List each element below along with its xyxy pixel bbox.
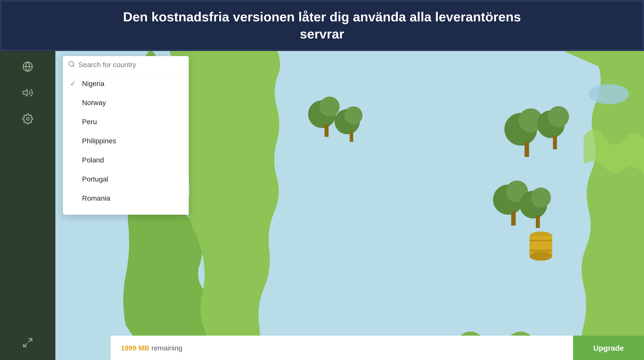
country-dropdown: ✓ Nigeria Norway Peru Philippines — [63, 56, 189, 215]
country-list[interactable]: ✓ Nigeria Norway Peru Philippines — [63, 74, 189, 215]
country-name-poland: Poland — [82, 156, 104, 164]
svg-point-3 — [26, 118, 29, 120]
country-name-peru: Peru — [82, 118, 97, 126]
check-icon-nigeria: ✓ — [70, 79, 78, 88]
search-bar — [63, 56, 189, 74]
country-item-romania[interactable]: Romania — [63, 189, 189, 208]
country-name-nigeria: Nigeria — [82, 80, 104, 88]
upgrade-button[interactable]: Upgrade — [573, 336, 644, 360]
country-name-norway: Norway — [82, 99, 106, 107]
svg-rect-15 — [524, 142, 529, 157]
country-name-philippines: Philippines — [82, 137, 116, 145]
svg-point-30 — [589, 84, 629, 104]
svg-marker-2 — [23, 89, 27, 96]
svg-rect-29 — [529, 250, 552, 251]
country-item-norway[interactable]: Norway — [63, 93, 189, 112]
svg-line-5 — [24, 344, 27, 347]
country-name-romania: Romania — [82, 194, 110, 202]
banner-text-line1: Den kostnadsfria versionen låter dig anv… — [123, 10, 521, 24]
signal-icon[interactable] — [20, 85, 36, 101]
country-item-portugal[interactable]: Portugal — [63, 170, 189, 189]
svg-point-11 — [345, 106, 363, 124]
svg-rect-28 — [529, 240, 552, 241]
svg-rect-12 — [350, 130, 353, 142]
collapse-icon[interactable] — [20, 335, 36, 351]
svg-point-23 — [531, 188, 551, 208]
country-item-philippines[interactable]: Philippines — [63, 131, 189, 151]
country-item-nigeria[interactable]: ✓ Nigeria — [63, 74, 189, 93]
svg-point-17 — [548, 106, 569, 127]
svg-point-8 — [320, 97, 340, 117]
top-banner: Den kostnadsfria versionen låter dig anv… — [0, 0, 644, 51]
svg-line-4 — [29, 339, 32, 342]
country-item-peru[interactable]: Peru — [63, 112, 189, 131]
svg-line-32 — [73, 66, 74, 67]
bottom-bar: 1999 MB remaining Upgrade — [111, 336, 644, 360]
remaining-bar: 1999 MB remaining — [111, 336, 573, 360]
banner-text-line2: servrar — [300, 27, 344, 41]
svg-rect-9 — [325, 124, 329, 137]
country-item-poland[interactable]: Poland — [63, 151, 189, 170]
app-container: ✓ Nigeria Norway Peru Philippines — [0, 51, 644, 360]
sidebar — [0, 51, 55, 360]
country-name-portugal: Portugal — [82, 175, 108, 183]
svg-point-27 — [529, 252, 552, 261]
country-name-serbia: Serbia — [82, 213, 102, 215]
remaining-mb: 1999 MB — [121, 344, 149, 352]
svg-rect-18 — [553, 136, 557, 149]
globe-icon[interactable] — [20, 59, 36, 75]
settings-icon[interactable] — [20, 111, 36, 127]
svg-rect-24 — [536, 215, 540, 228]
country-item-serbia[interactable]: Serbia — [63, 208, 189, 215]
map-area: ✓ Nigeria Norway Peru Philippines — [55, 51, 644, 360]
svg-rect-21 — [511, 212, 516, 226]
remaining-label-text: remaining — [151, 344, 182, 352]
search-input[interactable] — [79, 61, 184, 69]
search-icon — [68, 61, 75, 69]
